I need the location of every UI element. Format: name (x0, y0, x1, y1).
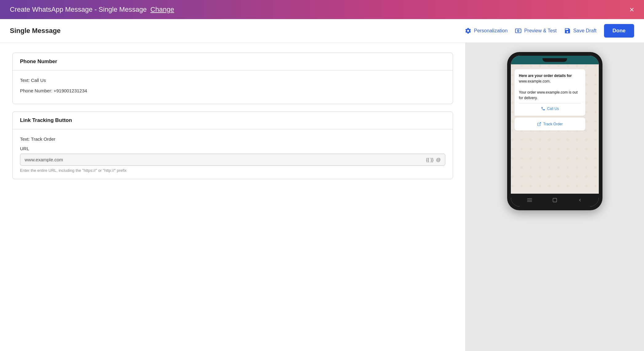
nav-menu-icon (527, 197, 533, 203)
close-icon[interactable]: × (630, 6, 634, 14)
header-title-group: Create WhatsApp Message - Single Message… (10, 6, 174, 14)
message-divider (519, 103, 581, 103)
call-us-button[interactable]: Call Us (519, 105, 581, 112)
svg-rect-0 (515, 29, 521, 33)
save-draft-button[interactable]: Save Draft (564, 27, 597, 34)
preview-test-label: Preview & Test (524, 28, 557, 34)
url-icon-group: {{ }} @ (426, 157, 441, 162)
save-draft-label: Save Draft (573, 28, 597, 34)
link-tracking-card-header: Link Tracking Button (13, 112, 453, 129)
track-order-label: Track Order (543, 122, 563, 126)
header-title-text: Create WhatsApp Message - Single Message (10, 6, 147, 14)
svg-rect-4 (527, 200, 532, 200)
url-input-wrapper[interactable]: www.example.com {{ }} @ (20, 154, 445, 166)
link-tracking-card: Link Tracking Button Text: Track Order U… (12, 111, 453, 179)
save-icon (564, 27, 571, 34)
url-hint-text: Enter the entire URL, including the "htt… (20, 168, 445, 173)
url-input[interactable]: www.example.com (25, 157, 423, 162)
nav-back-icon (577, 197, 583, 203)
svg-rect-6 (553, 198, 557, 202)
phone-call-icon (541, 107, 545, 111)
app-header: Create WhatsApp Message - Single Message… (0, 0, 644, 19)
svg-point-1 (518, 30, 519, 32)
url-label: URL (20, 146, 445, 151)
phone-notch (543, 58, 567, 62)
phone-number-card-title: Phone Number (20, 58, 57, 64)
phone-mockup: Here are your order details for www.exam… (507, 52, 602, 210)
nav-home-icon (552, 197, 558, 203)
gear-icon (465, 27, 471, 34)
link-tracking-card-title: Link Tracking Button (20, 117, 72, 123)
preview-test-button[interactable]: Preview & Test (515, 27, 557, 34)
right-panel: Here are your order details for www.exam… (466, 43, 644, 351)
link-tracking-card-body: Text: Track Order URL www.example.com {{… (13, 129, 453, 179)
svg-rect-5 (527, 201, 532, 202)
message-text: Here are your order details for www.exam… (519, 73, 581, 101)
message-line2: www.example.com. (519, 79, 551, 83)
svg-line-2 (539, 123, 541, 124)
track-text-field: Text: Track Order (20, 135, 445, 143)
phone-text-field: Text: Call Us (20, 77, 445, 84)
phone-status-bar (511, 56, 599, 64)
phone-number-card: Phone Number Text: Call Us Phone Number:… (12, 53, 453, 104)
external-link-icon (537, 122, 541, 126)
personalization-button[interactable]: Personalization (465, 27, 507, 34)
svg-rect-3 (527, 199, 532, 199)
phone-nav-bar (511, 194, 599, 207)
header-change-link[interactable]: Change (150, 6, 174, 14)
page-title: Single Message (10, 27, 61, 35)
phone-number-card-header: Phone Number (13, 53, 453, 71)
track-order-button[interactable]: Track Order (519, 121, 581, 127)
message-line3: Your order www.example.com is out for de… (519, 90, 578, 100)
left-panel: Phone Number Text: Call Us Phone Number:… (0, 43, 466, 351)
preview-icon (515, 27, 522, 34)
toolbar: Single Message Personalization Preview &… (0, 19, 644, 43)
call-us-label: Call Us (547, 107, 559, 111)
phone-screen: Here are your order details for www.exam… (511, 56, 599, 207)
at-icon[interactable]: @ (436, 157, 441, 162)
message-line1: Here are your order details for (519, 74, 572, 78)
personalization-label: Personalization (474, 28, 507, 34)
phone-number-card-body: Text: Call Us Phone Number: +91900123123… (13, 71, 453, 104)
message-bubble: Here are your order details for www.exam… (515, 69, 585, 116)
phone-number-field: Phone Number: +919001231234 (20, 87, 445, 95)
main-layout: Phone Number Text: Call Us Phone Number:… (0, 43, 644, 351)
phone-chat-area: Here are your order details for www.exam… (511, 64, 599, 194)
toolbar-actions: Personalization Preview & Test Save Draf… (465, 24, 634, 38)
track-order-bubble: Track Order (515, 118, 585, 131)
done-button[interactable]: Done (604, 24, 634, 38)
template-variable-icon[interactable]: {{ }} (426, 157, 434, 162)
